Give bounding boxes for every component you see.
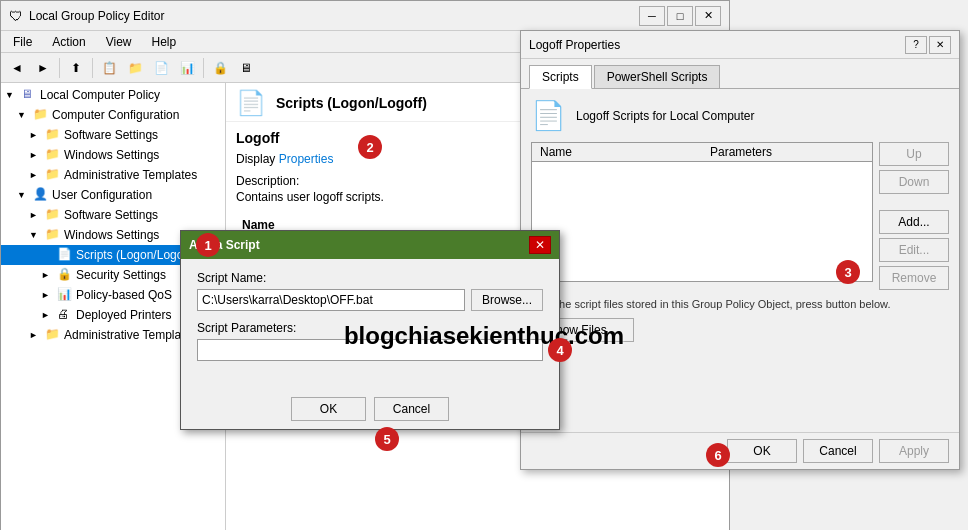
logoff-dialog-footer: OK Cancel Apply <box>521 432 959 469</box>
logoff-dialog-close[interactable]: ✕ <box>929 36 951 54</box>
minimize-button[interactable]: ─ <box>639 6 665 26</box>
toolbar-btn1[interactable]: 📋 <box>97 57 121 79</box>
ss-icon: 🔒 <box>57 267 73 283</box>
expand-icon: ▼ <box>17 190 33 200</box>
tree-local-computer-policy[interactable]: ▼ 🖥 Local Computer Policy <box>1 85 225 105</box>
add-script-dialog: Add a Script ✕ Script Name: Browse... Sc… <box>180 230 560 430</box>
add-cancel-button[interactable]: Cancel <box>374 397 449 421</box>
expand-icon: ► <box>41 310 57 320</box>
add-script-close-button[interactable]: ✕ <box>529 236 551 254</box>
pqos-label: Policy-based QoS <box>76 288 172 302</box>
at-label: Administrative Templates <box>64 168 197 182</box>
expand-icon: ► <box>41 290 57 300</box>
cc-icon: 📁 <box>33 107 49 123</box>
logoff-section-icon: 📄 <box>531 99 566 132</box>
main-window-title: Local Group Policy Editor <box>29 9 164 23</box>
toolbar-separator <box>59 58 60 78</box>
tree-software-settings2[interactable]: ► 📁 Software Settings <box>1 205 225 225</box>
at2-label: Administrative Templates <box>64 328 197 342</box>
main-title-bar: 🛡 Local Group Policy Editor ─ □ ✕ <box>1 1 729 31</box>
tree-windows-settings[interactable]: ► 📁 Windows Settings <box>1 145 225 165</box>
maximize-button[interactable]: □ <box>667 6 693 26</box>
logoff-dialog-help[interactable]: ? <box>905 36 927 54</box>
tree-software-settings[interactable]: ► 📁 Software Settings <box>1 125 225 145</box>
expand-icon <box>41 250 57 260</box>
sw2-icon: 📁 <box>45 207 61 223</box>
cc-label: Computer Configuration <box>52 108 179 122</box>
tree-computer-config[interactable]: ▼ 📁 Computer Configuration <box>1 105 225 125</box>
expand-icon: ► <box>29 330 45 340</box>
add-ok-button[interactable]: OK <box>291 397 366 421</box>
add-script-footer: OK Cancel <box>181 389 559 429</box>
script-table-header: Name Parameters <box>532 143 872 162</box>
expand-icon: ► <box>41 270 57 280</box>
toolbar-properties[interactable]: 🔒 <box>208 57 232 79</box>
tree-user-config[interactable]: ▼ 👤 User Configuration <box>1 185 225 205</box>
script-name-input[interactable] <box>197 289 465 311</box>
edit-button[interactable]: Edit... <box>879 238 949 262</box>
ss-label: Security Settings <box>76 268 166 282</box>
down-button[interactable]: Down <box>879 170 949 194</box>
pqos-icon: 📊 <box>57 287 73 303</box>
add-script-title: Add a Script <box>189 238 260 252</box>
menu-help[interactable]: Help <box>144 33 185 51</box>
sw2-label: Software Settings <box>64 208 158 222</box>
logoff-dialog-tabs: Scripts PowerShell Scripts <box>521 59 959 89</box>
add-script-content: Script Name: Browse... Script Parameters… <box>181 259 559 383</box>
add-button[interactable]: Add... <box>879 210 949 234</box>
expand-icon: ► <box>29 150 45 160</box>
toolbar-display[interactable]: 🖥 <box>234 57 258 79</box>
up-button[interactable]: Up <box>879 142 949 166</box>
expand-icon: ► <box>29 210 45 220</box>
dp-icon: 🖨 <box>57 307 73 323</box>
logoff-ok-button[interactable]: OK <box>727 439 797 463</box>
toolbar-btn3[interactable]: 📄 <box>149 57 173 79</box>
dp-label: Deployed Printers <box>76 308 171 322</box>
lcp-label: Local Computer Policy <box>40 88 160 102</box>
toolbar-separator2 <box>92 58 93 78</box>
toolbar-separator3 <box>203 58 204 78</box>
menu-file[interactable]: File <box>5 33 40 51</box>
properties-link[interactable]: Properties <box>279 152 334 166</box>
ws2-icon: 📁 <box>45 227 61 243</box>
uc-icon: 👤 <box>33 187 49 203</box>
toolbar-btn2[interactable]: 📁 <box>123 57 147 79</box>
dialog-tab-scripts[interactable]: Scripts <box>529 65 592 89</box>
title-bar-left: 🛡 Local Group Policy Editor <box>9 8 164 24</box>
sw-icon: 📁 <box>45 127 61 143</box>
logoff-dialog-content: 📄 Logoff Scripts for Local Computer Name… <box>521 89 959 360</box>
uc-label: User Configuration <box>52 188 152 202</box>
menu-action[interactable]: Action <box>44 33 93 51</box>
expand-icon: ▼ <box>29 230 45 240</box>
logoff-apply-button[interactable]: Apply <box>879 439 949 463</box>
menu-view[interactable]: View <box>98 33 140 51</box>
logoff-desc: view the script files stored in this Gro… <box>531 298 949 310</box>
remove-button[interactable]: Remove <box>879 266 949 290</box>
window-controls: ─ □ ✕ <box>639 6 721 26</box>
close-button[interactable]: ✕ <box>695 6 721 26</box>
logoff-section-title: Logoff Scripts for Local Computer <box>576 109 755 123</box>
script-name-label: Script Name: <box>197 271 543 285</box>
logoff-cancel-button[interactable]: Cancel <box>803 439 873 463</box>
toolbar-forward[interactable]: ► <box>31 57 55 79</box>
script-params-input[interactable] <box>197 339 543 361</box>
logoff-properties-dialog: Logoff Properties ? ✕ Scripts PowerShell… <box>520 30 960 470</box>
script-section: Name Parameters Up Down Add... Edit... R… <box>531 142 949 290</box>
ws2-label: Windows Settings <box>64 228 159 242</box>
content-header-icon: 📄 <box>236 89 266 117</box>
logoff-section-header: 📄 Logoff Scripts for Local Computer <box>531 99 949 132</box>
script-side-buttons: Up Down Add... Edit... Remove <box>879 142 949 290</box>
toolbar-back[interactable]: ◄ <box>5 57 29 79</box>
script-params-row <box>197 339 543 361</box>
display-label: Display <box>236 152 275 166</box>
dialog-tab-powershell[interactable]: PowerShell Scripts <box>594 65 721 88</box>
browse-button[interactable]: Browse... <box>471 289 543 311</box>
toolbar-up[interactable]: ⬆ <box>64 57 88 79</box>
col-name: Name <box>532 143 702 161</box>
logoff-dialog-title: Logoff Properties <box>529 38 620 52</box>
tree-admin-templates[interactable]: ► 📁 Administrative Templates <box>1 165 225 185</box>
col-params: Parameters <box>702 143 872 161</box>
toolbar-btn4[interactable]: 📊 <box>175 57 199 79</box>
script-table-body <box>532 162 872 280</box>
expand-icon: ► <box>29 170 45 180</box>
